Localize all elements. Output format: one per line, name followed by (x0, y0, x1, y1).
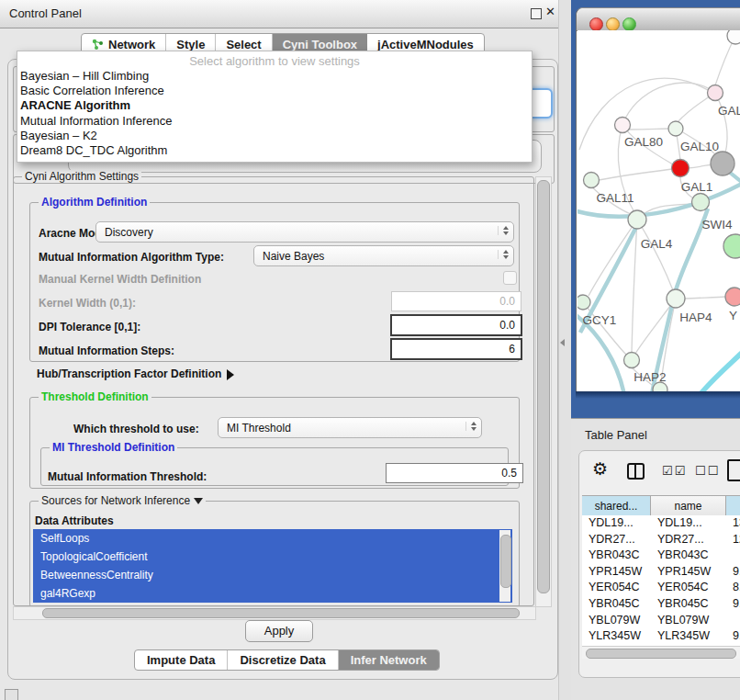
network-canvas[interactable]: GAL GAL80 GAL10 GAL1 GAL11 SWI4 GAL4 GCY… (577, 30, 740, 391)
table-row[interactable]: YDR27...YDR27...12 (582, 532, 740, 548)
node-hap4[interactable] (667, 289, 685, 308)
table-horizontal-scrollbar[interactable] (582, 646, 740, 659)
node-partial-top[interactable] (727, 30, 740, 44)
mi-steps-label: Mutual Information Steps: (39, 344, 174, 357)
tab-network-label: Network (108, 38, 155, 51)
dropdown-option[interactable]: Dream8 DC_TDC Algorithm (17, 143, 532, 158)
table-panel-title: Table Panel (585, 428, 647, 442)
tab-discretize-data[interactable]: Discretize Data (228, 650, 338, 670)
mi-threshold-definition-title: MI Threshold Definition (50, 441, 177, 454)
node-bright-green[interactable] (723, 234, 740, 258)
node-gal80[interactable] (615, 118, 631, 133)
node-label: GCY1 (583, 313, 617, 327)
combo-spinner-icon (498, 250, 509, 259)
table-row[interactable]: YLR345WYLR345W9. (582, 628, 740, 645)
node-gal-pink[interactable] (708, 85, 723, 101)
kernel-width-field[interactable]: 0.0 (391, 291, 521, 311)
tab-discretize-data-label: Discretize Data (240, 653, 325, 667)
collapsed-panel-icon[interactable] (5, 689, 18, 700)
node-gcy1[interactable] (577, 295, 590, 310)
which-threshold-label: Which threshold to use: (73, 423, 199, 435)
node-label: GAL10 (680, 140, 719, 153)
column-header-name[interactable]: name (651, 496, 726, 515)
mi-algorithm-type-label: Mutual Information Algorithm Type: (39, 251, 224, 264)
panel-splitter[interactable] (558, 0, 572, 700)
aracne-mode-select[interactable]: Discovery (95, 221, 514, 243)
dropdown-option[interactable]: Mutual Information Inference (17, 114, 532, 129)
hub-definition-toggle[interactable]: Hub/Transcription Factor Definition (37, 367, 234, 380)
table-row[interactable]: YDL19...YDL19...13 (582, 515, 740, 532)
node-gal1-red[interactable] (672, 160, 690, 177)
node-gal4[interactable] (628, 210, 646, 229)
table-row[interactable]: YBR043CYBR043C (582, 548, 740, 564)
float-window-icon[interactable] (531, 8, 542, 19)
list-scrollbar-thumb[interactable] (500, 535, 511, 588)
table-row[interactable]: YBR045CYBR045C9. (582, 596, 740, 613)
mi-steps-field[interactable]: 6 (390, 338, 522, 360)
table-body[interactable]: YDL19...YDL19...13 YDR27...YDR27...12 YB… (582, 515, 740, 646)
settings-horizontal-scrollbar-thumb[interactable] (42, 608, 520, 618)
node-swi4[interactable] (692, 194, 710, 211)
tab-infer-network-label: Infer Network (351, 653, 427, 667)
dropdown-option-selected[interactable]: ARACNE Algorithm (17, 98, 532, 113)
list-item[interactable]: gal4RGexp (33, 584, 512, 603)
columns-icon[interactable] (627, 463, 645, 480)
combo-spinner-icon (498, 226, 509, 235)
manual-kernel-width-label: Manual Kernel Width Definition (39, 273, 201, 286)
column-header-shared[interactable]: shared... (582, 496, 651, 515)
manual-kernel-width-checkbox[interactable] (503, 271, 517, 285)
table-row[interactable]: YBL079WYBL079W (582, 613, 740, 629)
zoom-traffic-light-icon[interactable] (622, 17, 636, 31)
node-label: Y (729, 309, 737, 322)
tab-select-label: Select (226, 38, 261, 51)
tab-impute-data[interactable]: Impute Data (135, 650, 228, 670)
node-label: GAL (718, 104, 740, 118)
tab-infer-network[interactable]: Infer Network (339, 650, 439, 670)
mi-threshold-field[interactable]: 0.5 (386, 463, 523, 483)
node-gal10[interactable] (668, 121, 683, 136)
table-panel-container: ⚙ ☑☑ ☐☐ shared... name YDL19...YDL19...1… (578, 450, 740, 678)
list-item[interactable]: SelfLoops (33, 529, 512, 548)
node-salmon[interactable] (725, 288, 740, 306)
data-attributes-list[interactable]: SelfLoops TopologicalCoefficient Between… (33, 529, 512, 603)
mi-threshold-label: Mutual Information Threshold: (48, 470, 207, 483)
column-header-partial[interactable] (726, 496, 740, 515)
network-icon (92, 39, 104, 51)
which-threshold-value: MI Threshold (227, 422, 291, 435)
sources-title[interactable]: Sources for Network Inference (39, 494, 206, 507)
aracne-mode-value: Discovery (105, 226, 153, 239)
data-attributes-label: Data Attributes (35, 514, 114, 527)
table-row[interactable]: YPR145WYPR145W9. (582, 564, 740, 581)
tab-style-label: Style (176, 38, 205, 51)
control-panel-titlebar: Control Panel ✕ (0, 0, 571, 28)
dropdown-option[interactable]: Basic Correlation Inference (17, 84, 532, 98)
close-icon[interactable]: ✕ (545, 5, 555, 18)
list-item[interactable]: BetweennessCentrality (33, 566, 512, 584)
checked-pair-icon[interactable]: ☑☑ (662, 464, 687, 478)
minimize-traffic-light-icon[interactable] (606, 17, 620, 31)
unchecked-pair-icon[interactable]: ☐☐ (695, 464, 720, 478)
table-horizontal-scrollbar-thumb[interactable] (586, 649, 736, 659)
document-icon[interactable] (727, 459, 740, 481)
sources-title-label: Sources for Network Inference (41, 494, 190, 507)
apply-button[interactable]: Apply (245, 620, 313, 642)
splitter-collapse-icon[interactable] (560, 339, 565, 346)
network-window-titlebar[interactable] (577, 8, 740, 31)
close-traffic-light-icon[interactable] (589, 17, 603, 31)
dropdown-option[interactable]: Bayesian – K2 (17, 129, 532, 143)
list-item[interactable]: TopologicalCoefficient (33, 548, 512, 566)
bottom-tabbar: Impute Data Discretize Data Infer Networ… (134, 649, 440, 671)
tab-jactivemnodules-label: jActiveMNodules (377, 38, 474, 51)
node-gal11[interactable] (584, 173, 600, 188)
node-hap2[interactable] (624, 353, 640, 368)
which-threshold-select[interactable]: MI Threshold (218, 417, 482, 438)
table-row[interactable]: YER054CYER054C8. (582, 580, 740, 596)
gear-icon[interactable]: ⚙ (592, 460, 608, 478)
settings-vertical-scrollbar-thumb[interactable] (537, 180, 550, 593)
dpi-tolerance-field[interactable]: 0.0 (390, 314, 522, 336)
node-gray[interactable] (711, 152, 734, 175)
expand-right-icon (227, 369, 234, 380)
mi-algorithm-type-select[interactable]: Naive Bayes (253, 245, 514, 266)
window-shadow (576, 391, 740, 399)
dropdown-option[interactable]: Bayesian – Hill Climbing (17, 69, 532, 84)
